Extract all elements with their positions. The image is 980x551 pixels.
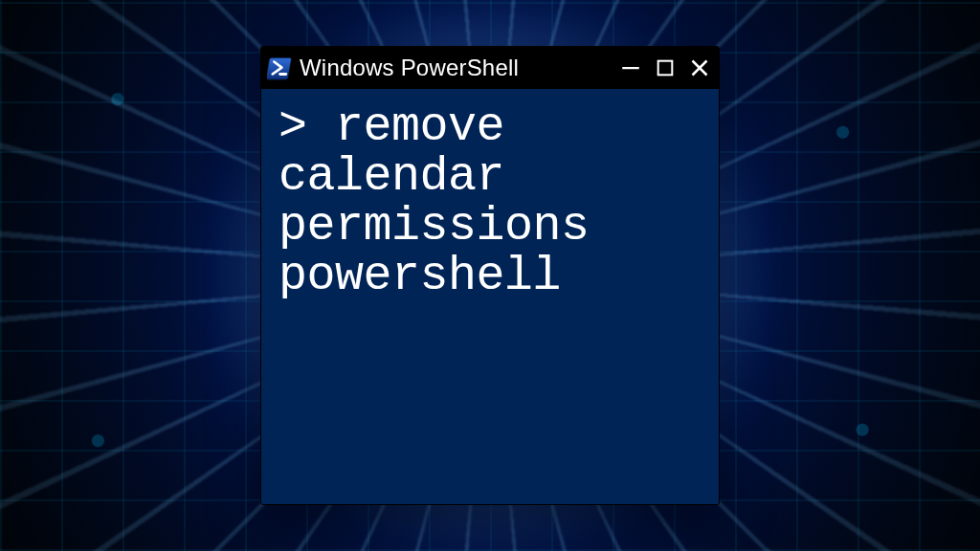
svg-rect-0 bbox=[278, 73, 287, 76]
maximize-button[interactable] bbox=[654, 56, 677, 79]
powershell-icon bbox=[267, 55, 292, 80]
close-button[interactable] bbox=[688, 56, 711, 79]
minimize-button[interactable] bbox=[619, 56, 642, 79]
svg-rect-1 bbox=[622, 67, 639, 69]
titlebar[interactable]: Windows PowerShell bbox=[261, 47, 719, 89]
window-controls bbox=[619, 56, 711, 79]
prompt-symbol: > bbox=[278, 99, 307, 154]
console-body[interactable]: > remove calendar permissions powershell bbox=[261, 89, 719, 504]
command-text: remove calendar permissions powershell bbox=[278, 99, 617, 303]
svg-rect-2 bbox=[658, 61, 673, 76]
window-title: Windows PowerShell bbox=[300, 55, 612, 81]
powershell-window: Windows PowerShell > remove calendar per… bbox=[260, 46, 720, 505]
